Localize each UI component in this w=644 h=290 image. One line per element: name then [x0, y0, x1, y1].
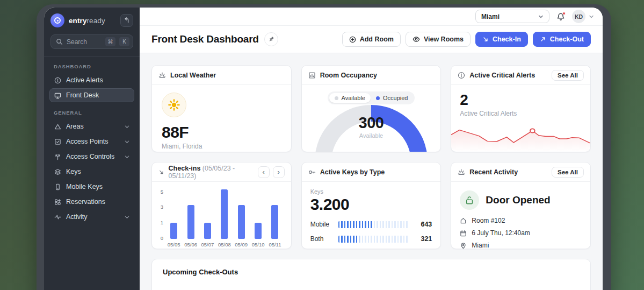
card-title: Local Weather [170, 72, 216, 79]
chevron-down-icon [125, 139, 129, 144]
checkins-x-label: 05/11 [266, 242, 283, 247]
local-weather-card: Local Weather 88F Miami, Florida [151, 65, 292, 152]
checkins-x-label: 05/06 [182, 242, 199, 247]
branch-icon [54, 153, 61, 160]
card-title: Active Keys by Type [320, 168, 385, 176]
location-select[interactable]: Miami [475, 10, 549, 23]
brand-name-bold: entry [69, 17, 87, 25]
legend-occupied-label: Occupied [383, 95, 408, 101]
alerts-count: 2 [460, 91, 582, 109]
legend-available-label: Available [342, 95, 365, 101]
brand-logo-icon [50, 13, 64, 27]
keys-row-mobile: Mobile 643 [310, 221, 432, 228]
check-out-button[interactable]: Check-Out [533, 32, 591, 47]
sidebar: entryready ⌘ K DASHBOARD Active Alerts F… [44, 8, 140, 290]
temperature-value: 88F [162, 123, 281, 142]
arrow-down-right-icon [482, 36, 489, 43]
meter-label: Both [310, 235, 333, 243]
checkins-card: Check-ins (05/05/23 - 05/11/23) ‹ › 5310… [151, 162, 292, 249]
active-critical-alerts-card: Active Critical Alerts See All 2 Active … [451, 65, 591, 152]
checkins-prev-button[interactable]: ‹ [258, 166, 270, 178]
device-frame: entryready ⌘ K DASHBOARD Active Alerts F… [37, 4, 611, 290]
sidebar-collapse-button[interactable] [120, 14, 133, 27]
card-title: Recent Activity [469, 168, 518, 176]
notifications-button[interactable] [556, 12, 565, 21]
checkins-bar [250, 187, 266, 239]
keys-total: 3.200 [310, 195, 432, 214]
user-menu[interactable]: KD [572, 10, 594, 23]
meter-label: Mobile [310, 221, 333, 228]
activity-location-row: Miami [460, 242, 582, 249]
chevron-down-icon [125, 154, 129, 159]
sidebar-item-access-points[interactable]: Access Points [49, 135, 134, 148]
checkins-bar [182, 187, 199, 239]
legend-available[interactable]: Available [329, 93, 371, 103]
checkins-bar-chart: 5310 05/0505/0605/0705/0805/0905/1005/11 [152, 182, 291, 249]
sidebar-item-keys[interactable]: Keys [49, 165, 134, 179]
sidebar-item-reservations[interactable]: Reservations [49, 195, 134, 209]
search-box[interactable]: ⌘ K [50, 34, 133, 49]
activity-event-title: Door Opened [486, 194, 550, 206]
key-icon [308, 168, 316, 176]
view-rooms-button[interactable]: View Rooms [406, 32, 471, 47]
avatar: KD [572, 10, 585, 23]
card-title: Check-ins (05/05/23 - 05/11/23) [169, 165, 254, 180]
section-label-general: GENERAL [44, 103, 140, 119]
notification-dot [562, 12, 566, 15]
keys-label: Keys [310, 188, 432, 195]
checkins-bar [266, 187, 283, 239]
sidebar-item-activity[interactable]: Activity [49, 210, 134, 224]
alerts-see-all-button[interactable]: See All [552, 70, 584, 81]
chevron-down-icon [589, 14, 594, 19]
collapse-arrow-icon [124, 17, 130, 24]
upcoming-checkouts-title: Upcoming Check-Outs [163, 268, 580, 276]
sidebar-item-mobile-keys[interactable]: Mobile Keys [49, 180, 134, 194]
activity-city: Miami [472, 242, 489, 249]
both-meter [338, 236, 410, 243]
shortcut-letter-key: K [119, 37, 129, 46]
calendar-icon [460, 230, 467, 237]
pin-button[interactable] [264, 32, 278, 46]
sidebar-item-label: Front Desk [66, 91, 99, 99]
map-pin-icon [460, 242, 467, 249]
checkins-x-label: 05/05 [165, 242, 182, 247]
weather-location: Miami, Florida [162, 143, 281, 150]
activity-date-row: 6 July Thu, 12:40am [460, 229, 582, 237]
checkins-next-button[interactable]: › [273, 166, 285, 178]
keys-row-both: Both 321 [310, 235, 432, 243]
checkins-title: Check-ins [169, 165, 201, 172]
sunrise-icon [458, 168, 465, 176]
chevron-down-icon [538, 14, 544, 19]
activity-pulse-icon [54, 214, 61, 221]
alerts-line-chart [451, 122, 590, 152]
checkins-x-label: 05/07 [199, 242, 216, 247]
sidebar-item-active-alerts[interactable]: Active Alerts [49, 73, 134, 87]
activity-see-all-button[interactable]: See All [552, 167, 584, 178]
occupancy-value-label: Available [302, 132, 441, 139]
upcoming-checkouts-card: Upcoming Check-Outs [151, 259, 591, 290]
add-room-button[interactable]: Add Room [342, 32, 401, 47]
main-area: Miami KD Front Desk Dashboard [140, 8, 603, 290]
legend-occupied[interactable]: Occupied [371, 93, 413, 103]
header-actions: Add Room View Rooms Check-In Check-Out [342, 32, 591, 47]
sunrise-icon [158, 72, 166, 79]
page-title: Front Desk Dashboard [151, 33, 259, 45]
smartphone-icon [54, 183, 61, 190]
search-input[interactable] [67, 38, 102, 46]
activity-event: Door Opened [460, 190, 582, 210]
add-room-label: Add Room [360, 36, 394, 43]
brand-name: entryready [69, 17, 105, 25]
checkins-x-label: 05/09 [233, 242, 250, 247]
sidebar-item-front-desk[interactable]: Front Desk [49, 88, 134, 102]
check-in-button[interactable]: Check-In [475, 32, 528, 47]
checkins-bar [199, 187, 216, 239]
checkins-y-tick: 5 [161, 189, 163, 195]
check-out-label: Check-Out [550, 36, 584, 43]
sidebar-item-areas[interactable]: Areas [49, 119, 134, 133]
meter-value: 643 [415, 221, 432, 228]
sidebar-item-access-controls[interactable]: Access Controls [49, 150, 134, 164]
arrow-down-right-icon [158, 169, 164, 175]
eye-icon [413, 36, 420, 43]
layers-icon [54, 168, 61, 175]
checkins-x-label: 05/10 [250, 242, 266, 247]
